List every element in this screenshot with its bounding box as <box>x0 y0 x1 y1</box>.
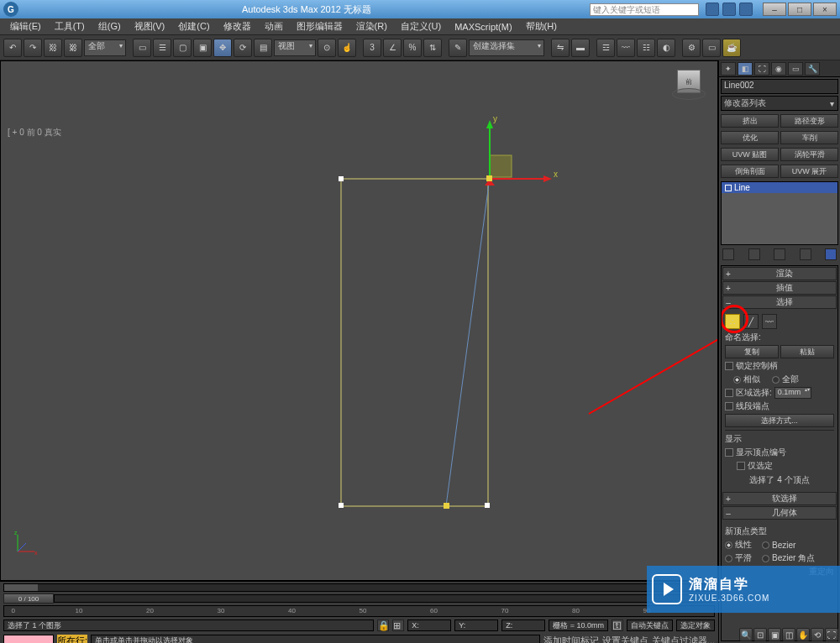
zoom-extents-button[interactable]: ▣ <box>768 628 781 641</box>
select-scale-button[interactable]: ▤ <box>254 39 272 57</box>
preset-extrude-button[interactable]: 挤出 <box>721 114 779 128</box>
script-listener-mini[interactable] <box>3 635 54 643</box>
paste-named-sel-button[interactable]: 粘贴 <box>780 345 834 358</box>
add-time-tag-button[interactable]: 添加时间标记 <box>543 635 599 644</box>
viewcube-compass[interactable] <box>672 88 706 100</box>
layer-manager-button[interactable]: ☲ <box>596 39 615 57</box>
preset-optimize-button[interactable]: 优化 <box>721 131 779 144</box>
undo-button[interactable]: ↶ <box>3 39 22 57</box>
select-move-button[interactable]: ✥ <box>213 39 232 57</box>
zoom-all-button[interactable]: ⊡ <box>753 628 767 641</box>
window-crossing-button[interactable]: ▣ <box>193 39 212 57</box>
menu-views[interactable]: 视图(V) <box>128 20 172 33</box>
pin-stack-button[interactable] <box>722 248 734 260</box>
star-icon[interactable] <box>722 3 736 16</box>
make-unique-button[interactable] <box>774 248 785 260</box>
subobj-spline-button[interactable]: 〰 <box>762 314 777 329</box>
select-manipulate-button[interactable]: ☝ <box>338 39 356 57</box>
show-vert-num-checkbox[interactable] <box>725 448 733 457</box>
menu-animation[interactable]: 动画 <box>258 20 290 33</box>
time-slider[interactable]: 0 / 100 <box>3 593 715 604</box>
seg-end-checkbox[interactable] <box>725 402 733 410</box>
edit-named-sel-button[interactable]: ✎ <box>449 39 467 57</box>
align-button[interactable]: ▬ <box>571 39 590 57</box>
spinner-snap-button[interactable]: ⇅ <box>423 39 442 57</box>
modify-tab[interactable]: ◧ <box>738 62 753 76</box>
area-select-spinner[interactable]: 0.1mm <box>774 387 812 399</box>
preset-lathe-button[interactable]: 车削 <box>780 131 838 144</box>
create-tab[interactable]: ✦ <box>721 62 736 76</box>
time-slider-track[interactable] <box>54 594 715 603</box>
curve-editor-button[interactable]: 〰 <box>617 39 635 57</box>
key-target-select[interactable]: 选定对象 <box>676 619 715 631</box>
menu-customize[interactable]: 自定义(U) <box>394 20 448 33</box>
time-ruler[interactable]: 0102030405060708090 <box>3 605 715 617</box>
infocenter-icon[interactable] <box>706 3 719 16</box>
render-button[interactable]: ☕ <box>722 39 741 57</box>
key-mode-button[interactable]: ⚿ <box>612 619 623 631</box>
preset-uvwunwrap-button[interactable]: UVW 展开 <box>780 165 838 178</box>
key-filters-button[interactable]: 关键点过滤器... <box>652 635 715 644</box>
redo-button[interactable]: ↷ <box>24 39 42 57</box>
lock-handles-checkbox[interactable] <box>725 362 733 370</box>
show-end-result-button[interactable] <box>748 248 760 260</box>
schematic-view-button[interactable]: ☷ <box>637 39 655 57</box>
angle-snap-button[interactable]: ∠ <box>383 39 402 57</box>
use-center-button[interactable]: ⊙ <box>318 39 336 57</box>
select-region-button[interactable]: ▢ <box>173 39 192 57</box>
menu-grapheditors[interactable]: 图形编辑器 <box>290 20 349 33</box>
vertextype-beziercorner-radio[interactable] <box>762 555 769 562</box>
time-slider-knob[interactable]: 0 / 100 <box>3 593 54 604</box>
menu-help[interactable]: 帮助(H) <box>519 20 564 33</box>
pan-button[interactable]: ✋ <box>796 628 810 641</box>
stack-item-line[interactable]: Line <box>722 182 837 193</box>
viewport[interactable]: [ + 0 前 0 真实 y x 前 z x <box>0 60 718 581</box>
coord-z-field[interactable]: Z: <box>501 619 545 631</box>
preset-pathdeform-button[interactable]: 路径变形 <box>780 114 838 128</box>
rendered-frame-button[interactable]: ▭ <box>702 39 721 57</box>
unlink-button[interactable]: ⛓̸ <box>64 39 82 57</box>
subobj-vertex-button[interactable]: ∴ <box>725 314 740 329</box>
preset-turbosmooth-button[interactable]: 涡轮平滑 <box>780 148 838 161</box>
only-selected-checkbox[interactable] <box>737 462 745 470</box>
coord-x-field[interactable]: X: <box>407 619 451 631</box>
hierarchy-tab[interactable]: ⛶ <box>754 62 769 76</box>
menu-edit[interactable]: 编辑(E) <box>3 20 48 33</box>
link-button[interactable]: ⛓ <box>44 39 62 57</box>
rollout-interp-header[interactable]: +插值 <box>722 281 837 295</box>
rollout-render-header[interactable]: +渲染 <box>722 267 837 280</box>
motion-tab[interactable]: ◉ <box>771 62 786 76</box>
set-key-button[interactable]: 设置关键点 <box>602 635 648 644</box>
snap-toggle-button[interactable]: 3 <box>363 39 381 57</box>
maximize-button[interactable]: □ <box>788 3 811 16</box>
menu-group[interactable]: 组(G) <box>92 20 128 33</box>
menu-rendering[interactable]: 渲染(R) <box>349 20 394 33</box>
minimize-button[interactable]: – <box>763 3 786 16</box>
display-tab[interactable]: ▭ <box>788 62 803 76</box>
rollout-selection-header[interactable]: –选择 <box>722 295 837 309</box>
menu-modifiers[interactable]: 修改器 <box>217 20 258 33</box>
fov-button[interactable]: ◫ <box>782 628 795 641</box>
all-radio[interactable] <box>772 376 780 384</box>
object-name-field[interactable]: Line002 <box>721 79 838 94</box>
percent-snap-button[interactable]: % <box>403 39 422 57</box>
configure-sets-button[interactable] <box>825 248 837 260</box>
preset-bevelprofile-button[interactable]: 倒角剖面 <box>721 165 779 178</box>
copy-named-sel-button[interactable]: 复制 <box>725 345 779 358</box>
named-selection-select[interactable]: 创建选择集 <box>469 39 544 56</box>
viewcube[interactable]: 前 <box>672 70 706 103</box>
rollout-softsel-header[interactable]: +软选择 <box>722 492 837 505</box>
auto-key-button[interactable]: 自动关键点 <box>627 619 673 631</box>
preset-uvwmap-button[interactable]: UVW 贴图 <box>721 148 779 161</box>
vertextype-smooth-radio[interactable] <box>725 555 732 562</box>
help-search-input[interactable]: 键入关键字或短语 <box>590 3 699 16</box>
vertextype-linear-radio[interactable] <box>725 541 732 549</box>
lock-selection-button[interactable]: 🔒 <box>377 619 389 631</box>
orbit-button[interactable]: ⟲ <box>811 628 824 641</box>
modifier-list-dropdown[interactable]: 修改器列表 <box>721 96 838 111</box>
vertextype-bezier-radio[interactable] <box>762 541 769 549</box>
ref-coord-select[interactable]: 视图 <box>274 39 316 56</box>
close-button[interactable]: × <box>813 3 837 16</box>
select-rotate-button[interactable]: ⟳ <box>234 39 252 57</box>
modifier-stack[interactable]: Line <box>721 181 838 245</box>
